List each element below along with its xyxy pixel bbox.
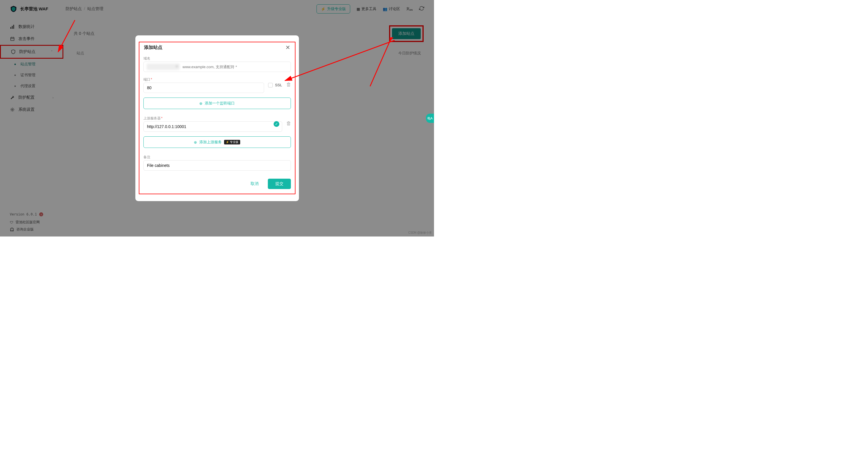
ssl-label: SSL bbox=[275, 83, 282, 87]
check-icon: ✓ bbox=[274, 121, 279, 127]
modal-title: 添加站点 bbox=[144, 44, 162, 50]
domain-field: 域名 ████× bbox=[144, 56, 291, 72]
remark-field: 备注 bbox=[144, 155, 291, 171]
plus-circle-icon: ⊕ bbox=[199, 101, 203, 106]
ssl-checkbox-wrap[interactable]: SSL bbox=[268, 83, 282, 88]
close-button[interactable]: ✕ bbox=[285, 44, 290, 51]
ssl-checkbox[interactable] bbox=[268, 83, 273, 88]
port-input[interactable] bbox=[144, 82, 264, 93]
add-site-modal: 添加站点 ✕ 域名 ████× 端口* SSL bbox=[135, 35, 299, 201]
delete-upstream-icon[interactable] bbox=[286, 121, 291, 127]
side-assist-widget[interactable]: 电A bbox=[426, 114, 434, 123]
submit-button[interactable]: 提交 bbox=[268, 179, 291, 189]
remark-label: 备注 bbox=[144, 155, 291, 160]
upstream-row: 上游服务器* ✓ bbox=[144, 116, 291, 132]
delete-port-icon[interactable] bbox=[286, 82, 291, 88]
pro-badge: 专业版 bbox=[224, 140, 240, 144]
domain-label: 域名 bbox=[144, 56, 291, 61]
domain-input-wrap[interactable]: ████× bbox=[144, 62, 291, 72]
domain-chip[interactable]: ████× bbox=[147, 64, 180, 70]
domain-input[interactable] bbox=[183, 65, 288, 69]
plus-circle-icon: ⊕ bbox=[194, 140, 197, 144]
port-label: 端口* bbox=[144, 77, 264, 82]
upstream-input[interactable] bbox=[144, 122, 282, 132]
add-upstream-button[interactable]: ⊕ 添加上游服务 专业版 bbox=[144, 136, 291, 148]
remark-input[interactable] bbox=[144, 160, 291, 171]
upstream-label: 上游服务器* bbox=[144, 116, 282, 121]
cancel-button[interactable]: 取消 bbox=[245, 179, 264, 189]
modal-actions: 取消 提交 bbox=[144, 179, 291, 189]
add-port-button[interactable]: ⊕ 添加一个监听端口 bbox=[144, 98, 291, 109]
modal-header: 添加站点 ✕ bbox=[144, 42, 291, 56]
port-row: 端口* SSL bbox=[144, 77, 291, 93]
chip-remove-icon[interactable]: × bbox=[176, 64, 178, 68]
